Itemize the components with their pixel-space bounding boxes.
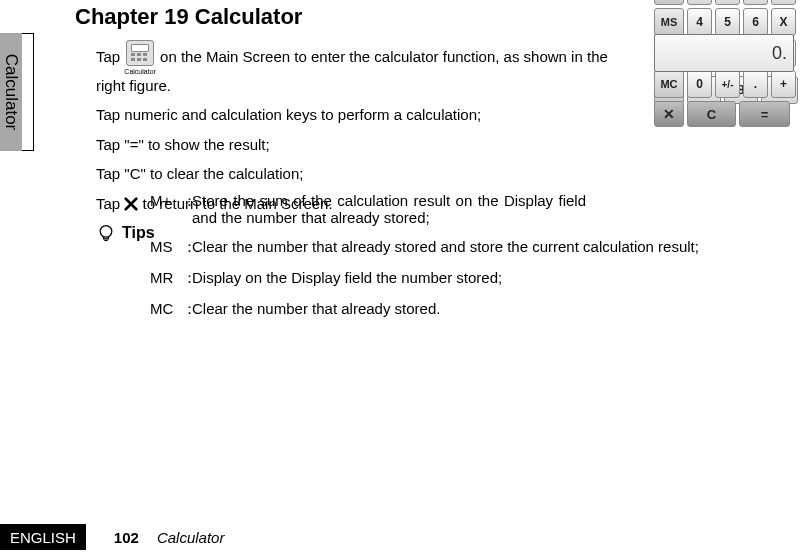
tip-key: MS xyxy=(150,238,182,257)
calc-key-clear: C xyxy=(687,101,736,127)
chapter-title: Chapter 19 Calculator xyxy=(75,4,302,30)
footer-language: ENGLISH xyxy=(0,524,86,550)
tip-key: M+ xyxy=(150,192,182,226)
footer-page-number: 102 xyxy=(114,529,139,546)
tip-key: MC xyxy=(150,300,182,319)
calculator-display: 0. xyxy=(654,34,794,72)
calc-key-9: 9 xyxy=(743,0,768,5)
calc-key-sign: +/- xyxy=(715,70,740,98)
calc-key-ms: MS xyxy=(654,8,684,36)
tip-row: MR ： Display on the Display field the nu… xyxy=(150,269,786,288)
tip-key: MR xyxy=(150,269,182,288)
tip-desc: Display on the Display field the number … xyxy=(192,269,502,288)
svg-point-2 xyxy=(100,226,112,238)
tip-desc: Clear the number that already stored and… xyxy=(192,238,699,257)
close-icon xyxy=(124,195,142,212)
footer: ENGLISH 102 Calculator xyxy=(0,524,224,550)
calc-key-5: 5 xyxy=(715,8,740,36)
side-tab-label: Calculator xyxy=(1,54,21,131)
para-3: Tap "=" to show the result; xyxy=(96,135,636,155)
calc-key-0: 0 xyxy=(687,70,712,98)
calc-key-divide: ÷ xyxy=(771,0,796,5)
calc-key-close: ✕ xyxy=(654,101,684,127)
side-tab: Calculator xyxy=(0,33,34,151)
lightbulb-icon xyxy=(96,223,116,248)
tip-desc: Store the sum of the calculation result … xyxy=(192,192,586,226)
calc-key-mplus: M+ xyxy=(654,0,684,5)
calc-key-7: 7 xyxy=(687,0,712,5)
calc-key-dot: . xyxy=(743,70,768,98)
tip-row: MS ： Clear the number that already store… xyxy=(150,238,786,257)
calc-key-mc: MC xyxy=(654,70,684,98)
footer-section: Calculator xyxy=(157,529,225,546)
para-4: Tap "C" to clear the calculation; xyxy=(96,164,636,184)
tip-desc: Clear the number that already stored. xyxy=(192,300,440,319)
calc-key-plus: + xyxy=(771,70,796,98)
calc-key-multiply: X xyxy=(771,8,796,36)
para-1: Tap Calculator on the Main Screen to ent… xyxy=(96,40,636,95)
tip-row: MC ： Clear the number that already store… xyxy=(150,300,786,319)
calc-key-equals: = xyxy=(739,101,790,127)
calculator-screenshot: 0. M+ 7 8 M+ 7 8 9 ÷ MS 4 5 6 X MR 1 2 3… xyxy=(654,34,794,233)
calculator-app-icon: Calculator xyxy=(124,40,156,76)
calc-key-8: 8 xyxy=(715,0,740,5)
para-2: Tap numeric and calculation keys to perf… xyxy=(96,105,636,125)
calc-key-6: 6 xyxy=(743,8,768,36)
calc-key-4: 4 xyxy=(687,8,712,36)
